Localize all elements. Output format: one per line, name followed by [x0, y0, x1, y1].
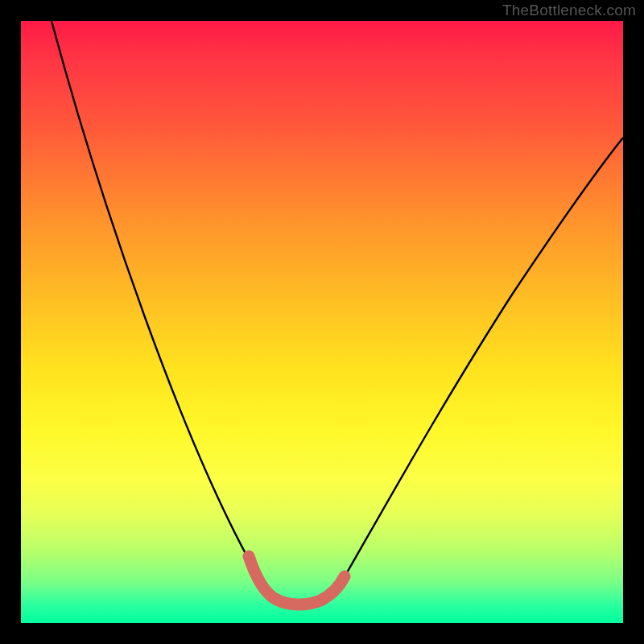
bottleneck-curve: [21, 21, 623, 623]
chart-frame: TheBottleneck.com: [0, 0, 644, 644]
curve-path: [52, 21, 623, 604]
optimal-band-highlight: [249, 556, 345, 605]
watermark-text: TheBottleneck.com: [502, 2, 636, 19]
plot-area: [21, 21, 623, 623]
